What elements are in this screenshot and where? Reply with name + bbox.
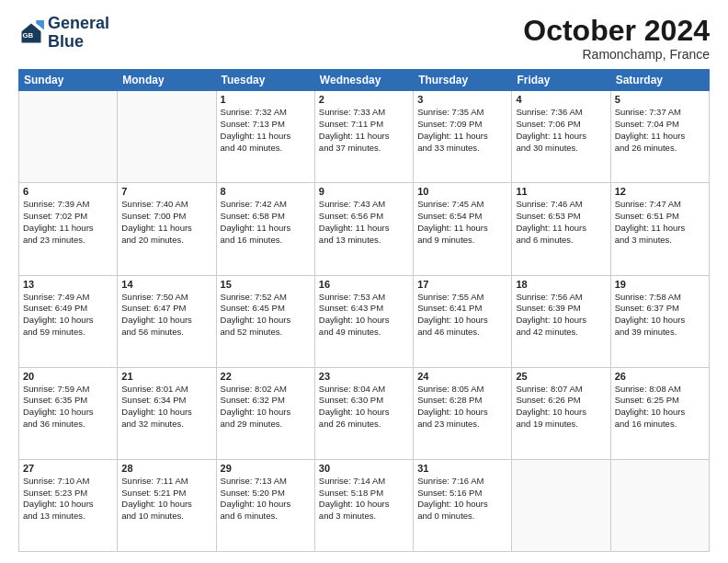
day-cell-w1-d4: 2Sunrise: 7:33 AM Sunset: 7:11 PM Daylig… (314, 91, 413, 183)
day-cell-w5-d1: 27Sunrise: 7:10 AM Sunset: 5:23 PM Dayli… (19, 459, 118, 551)
day-cell-w5-d7 (610, 459, 709, 551)
day-number: 10 (417, 186, 507, 197)
day-number: 6 (23, 186, 113, 197)
day-cell-w1-d5: 3Sunrise: 7:35 AM Sunset: 7:09 PM Daylig… (414, 91, 512, 183)
day-detail: Sunrise: 7:53 AM Sunset: 6:43 PM Dayligh… (319, 292, 409, 339)
day-detail: Sunrise: 7:37 AM Sunset: 7:04 PM Dayligh… (615, 107, 705, 154)
day-number: 9 (319, 186, 409, 197)
day-detail: Sunrise: 7:49 AM Sunset: 6:49 PM Dayligh… (23, 292, 113, 339)
week-row-2: 6Sunrise: 7:39 AM Sunset: 7:02 PM Daylig… (19, 183, 710, 275)
day-cell-w2-d2: 7Sunrise: 7:40 AM Sunset: 7:00 PM Daylig… (118, 183, 216, 275)
day-cell-w3-d1: 13Sunrise: 7:49 AM Sunset: 6:49 PM Dayli… (19, 275, 118, 367)
header-tuesday: Tuesday (216, 70, 314, 91)
day-cell-w2-d1: 6Sunrise: 7:39 AM Sunset: 7:02 PM Daylig… (19, 183, 118, 275)
location-subtitle: Ramonchamp, France (523, 47, 710, 62)
day-detail: Sunrise: 7:45 AM Sunset: 6:54 PM Dayligh… (417, 199, 507, 246)
day-cell-w5-d4: 30Sunrise: 7:14 AM Sunset: 5:18 PM Dayli… (314, 459, 413, 551)
day-cell-w3-d3: 15Sunrise: 7:52 AM Sunset: 6:45 PM Dayli… (216, 275, 314, 367)
header-saturday: Saturday (610, 70, 709, 91)
day-detail: Sunrise: 8:01 AM Sunset: 6:34 PM Dayligh… (121, 384, 211, 431)
svg-text:GB: GB (22, 31, 33, 40)
week-row-3: 13Sunrise: 7:49 AM Sunset: 6:49 PM Dayli… (19, 275, 710, 367)
day-detail: Sunrise: 7:13 AM Sunset: 5:20 PM Dayligh… (221, 476, 311, 523)
day-cell-w3-d7: 19Sunrise: 7:58 AM Sunset: 6:37 PM Dayli… (610, 275, 709, 367)
header-sunday: Sunday (19, 70, 118, 91)
day-cell-w4-d3: 22Sunrise: 8:02 AM Sunset: 6:32 PM Dayli… (216, 367, 314, 459)
day-cell-w4-d1: 20Sunrise: 7:59 AM Sunset: 6:35 PM Dayli… (19, 367, 118, 459)
day-detail: Sunrise: 8:02 AM Sunset: 6:32 PM Dayligh… (221, 384, 311, 431)
day-cell-w2-d4: 9Sunrise: 7:43 AM Sunset: 6:56 PM Daylig… (314, 183, 413, 275)
day-number: 13 (23, 279, 113, 290)
day-cell-w5-d3: 29Sunrise: 7:13 AM Sunset: 5:20 PM Dayli… (216, 459, 314, 551)
day-cell-w3-d5: 17Sunrise: 7:55 AM Sunset: 6:41 PM Dayli… (414, 275, 512, 367)
day-cell-w5-d6 (512, 459, 610, 551)
day-detail: Sunrise: 7:36 AM Sunset: 7:06 PM Dayligh… (516, 107, 606, 154)
day-detail: Sunrise: 7:14 AM Sunset: 5:18 PM Dayligh… (319, 476, 409, 523)
day-cell-w3-d2: 14Sunrise: 7:50 AM Sunset: 6:47 PM Dayli… (118, 275, 216, 367)
day-detail: Sunrise: 7:47 AM Sunset: 6:51 PM Dayligh… (615, 199, 705, 246)
day-number: 11 (516, 186, 606, 197)
day-number: 26 (615, 371, 705, 382)
day-detail: Sunrise: 8:05 AM Sunset: 6:28 PM Dayligh… (417, 384, 507, 431)
day-cell-w2-d3: 8Sunrise: 7:42 AM Sunset: 6:58 PM Daylig… (216, 183, 314, 275)
day-cell-w5-d2: 28Sunrise: 7:11 AM Sunset: 5:21 PM Dayli… (118, 459, 216, 551)
title-area: October 2024 Ramonchamp, France (523, 15, 710, 62)
day-cell-w1-d7: 5Sunrise: 7:37 AM Sunset: 7:04 PM Daylig… (610, 91, 709, 183)
day-detail: Sunrise: 7:35 AM Sunset: 7:09 PM Dayligh… (417, 107, 507, 154)
day-number: 25 (516, 371, 606, 382)
day-number: 31 (417, 463, 507, 474)
day-number: 14 (121, 279, 211, 290)
day-number: 5 (615, 94, 705, 105)
day-number: 20 (23, 371, 113, 382)
day-cell-w4-d5: 24Sunrise: 8:05 AM Sunset: 6:28 PM Dayli… (414, 367, 512, 459)
day-cell-w4-d4: 23Sunrise: 8:04 AM Sunset: 6:30 PM Dayli… (314, 367, 413, 459)
header-wednesday: Wednesday (314, 70, 413, 91)
week-row-1: 1Sunrise: 7:32 AM Sunset: 7:13 PM Daylig… (19, 91, 710, 183)
day-number: 3 (417, 94, 507, 105)
day-number: 30 (319, 463, 409, 474)
calendar-table: Sunday Monday Tuesday Wednesday Thursday… (18, 69, 710, 552)
day-cell-w1-d6: 4Sunrise: 7:36 AM Sunset: 7:06 PM Daylig… (512, 91, 610, 183)
day-detail: Sunrise: 7:42 AM Sunset: 6:58 PM Dayligh… (221, 199, 311, 246)
day-number: 4 (516, 94, 606, 105)
day-number: 22 (221, 371, 311, 382)
day-cell-w5-d5: 31Sunrise: 7:16 AM Sunset: 5:16 PM Dayli… (414, 459, 512, 551)
page: GB General Blue October 2024 Ramonchamp,… (0, 0, 728, 563)
day-number: 23 (319, 371, 409, 382)
day-detail: Sunrise: 7:52 AM Sunset: 6:45 PM Dayligh… (221, 292, 311, 339)
day-detail: Sunrise: 7:10 AM Sunset: 5:23 PM Dayligh… (23, 476, 113, 523)
day-cell-w1-d2 (118, 91, 216, 183)
day-number: 2 (319, 94, 409, 105)
day-detail: Sunrise: 7:33 AM Sunset: 7:11 PM Dayligh… (319, 107, 409, 154)
day-detail: Sunrise: 7:43 AM Sunset: 6:56 PM Dayligh… (319, 199, 409, 246)
header-monday: Monday (118, 70, 216, 91)
day-number: 12 (615, 186, 705, 197)
day-detail: Sunrise: 7:16 AM Sunset: 5:16 PM Dayligh… (417, 476, 507, 523)
day-detail: Sunrise: 8:07 AM Sunset: 6:26 PM Dayligh… (516, 384, 606, 431)
day-number: 19 (615, 279, 705, 290)
day-number: 28 (121, 463, 211, 474)
day-number: 16 (319, 279, 409, 290)
day-number: 17 (417, 279, 507, 290)
day-number: 15 (221, 279, 311, 290)
weekday-header-row: Sunday Monday Tuesday Wednesday Thursday… (19, 70, 710, 91)
day-number: 7 (121, 186, 211, 197)
day-cell-w3-d4: 16Sunrise: 7:53 AM Sunset: 6:43 PM Dayli… (314, 275, 413, 367)
day-detail: Sunrise: 8:08 AM Sunset: 6:25 PM Dayligh… (615, 384, 705, 431)
day-cell-w3-d6: 18Sunrise: 7:56 AM Sunset: 6:39 PM Dayli… (512, 275, 610, 367)
logo-icon: GB (18, 20, 44, 46)
day-cell-w4-d2: 21Sunrise: 8:01 AM Sunset: 6:34 PM Dayli… (118, 367, 216, 459)
logo-text: General Blue (48, 15, 109, 52)
week-row-4: 20Sunrise: 7:59 AM Sunset: 6:35 PM Dayli… (19, 367, 710, 459)
day-number: 1 (221, 94, 311, 105)
day-detail: Sunrise: 7:50 AM Sunset: 6:47 PM Dayligh… (121, 292, 211, 339)
day-number: 18 (516, 279, 606, 290)
header: GB General Blue October 2024 Ramonchamp,… (18, 15, 710, 62)
month-title: October 2024 (523, 15, 710, 47)
day-cell-w1-d3: 1Sunrise: 7:32 AM Sunset: 7:13 PM Daylig… (216, 91, 314, 183)
day-detail: Sunrise: 7:59 AM Sunset: 6:35 PM Dayligh… (23, 384, 113, 431)
day-number: 8 (221, 186, 311, 197)
day-number: 27 (23, 463, 113, 474)
day-detail: Sunrise: 7:46 AM Sunset: 6:53 PM Dayligh… (516, 199, 606, 246)
day-cell-w2-d7: 12Sunrise: 7:47 AM Sunset: 6:51 PM Dayli… (610, 183, 709, 275)
